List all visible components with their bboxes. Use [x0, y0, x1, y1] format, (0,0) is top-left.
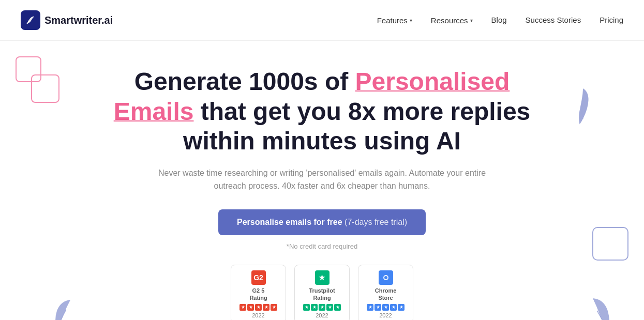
logo[interactable]: Smartwriter.ai — [21, 10, 113, 30]
chevron-down-icon: ▾ — [470, 18, 473, 23]
nav-item-resources[interactable]: Resources ▾ — [431, 16, 473, 25]
star-icon: ★ — [398, 304, 405, 311]
logo-text: Smartwriter.ai — [44, 14, 113, 26]
g2-year: 2022 — [252, 312, 264, 318]
chrome-stars: ★ ★ ★ ★ ★ — [367, 304, 405, 311]
star-icon: ★ — [239, 304, 246, 311]
nav-item-pricing[interactable]: Pricing — [600, 16, 623, 25]
badge-chrome: ChromeStore ★ ★ ★ ★ ★ 2022 — [358, 265, 413, 320]
badge-trustpilot: ★ TrustpilotRating ★ ★ ★ ★ ★ 2022 — [294, 265, 350, 320]
trustpilot-label: TrustpilotRating — [309, 287, 335, 302]
cta-button[interactable]: Personalise emails for free (7-days free… — [218, 209, 426, 235]
feather-icon-top-right — [563, 84, 601, 132]
feather-icon-bottom-left — [48, 294, 83, 320]
star-icon: ★ — [311, 304, 318, 311]
chrome-label: ChromeStore — [375, 287, 397, 302]
star-icon: ★ — [367, 304, 373, 311]
hero-section: Generate 1000s of Personalised Emails th… — [0, 41, 644, 320]
nav-item-blog[interactable]: Blog — [491, 16, 507, 25]
logo-icon — [21, 10, 40, 30]
chrome-year: 2022 — [379, 312, 392, 318]
star-icon: ★ — [390, 304, 397, 311]
chrome-icon — [379, 270, 393, 285]
star-icon: ★ — [334, 304, 341, 311]
star-icon: ★ — [247, 304, 254, 311]
deco-square-2 — [31, 74, 59, 103]
hero-subtitle: Never waste time researching or writing … — [146, 166, 498, 193]
badge-g2: G2 G2 5Rating ★ ★ ★ ★ ★ 2022 — [231, 265, 286, 320]
trustpilot-stars: ★ ★ ★ ★ ★ — [303, 304, 341, 311]
star-icon: ★ — [319, 304, 325, 311]
star-icon: ★ — [271, 304, 277, 311]
g2-label: G2 5Rating — [249, 287, 267, 302]
g2-icon: G2 — [251, 270, 266, 285]
star-icon: ★ — [375, 304, 381, 311]
chevron-down-icon: ▾ — [410, 18, 412, 23]
nav-item-success-stories[interactable]: Success Stories — [526, 16, 581, 25]
star-icon: ★ — [326, 304, 333, 311]
star-icon: ★ — [303, 304, 310, 311]
star-icon: ★ — [382, 304, 389, 311]
nav-links: Features ▾ Resources ▾ Blog Success Stor… — [377, 16, 623, 25]
g2-stars: ★ ★ ★ ★ ★ — [239, 304, 277, 311]
no-credit-card-text: *No credit card required — [287, 242, 357, 250]
rating-badges: G2 G2 5Rating ★ ★ ★ ★ ★ 2022 ★ Trustpilo… — [231, 265, 413, 320]
hero-title: Generate 1000s of Personalised Emails th… — [102, 67, 542, 156]
navbar: Smartwriter.ai Features ▾ Resources ▾ Bl… — [0, 0, 644, 41]
star-icon: ★ — [263, 304, 269, 311]
trustpilot-year: 2022 — [316, 312, 328, 318]
deco-square-right — [592, 227, 628, 261]
star-icon: ★ — [255, 304, 262, 311]
trustpilot-icon: ★ — [315, 270, 330, 285]
feather-icon-bottom-right — [578, 294, 617, 320]
nav-item-features[interactable]: Features ▾ — [377, 16, 412, 25]
